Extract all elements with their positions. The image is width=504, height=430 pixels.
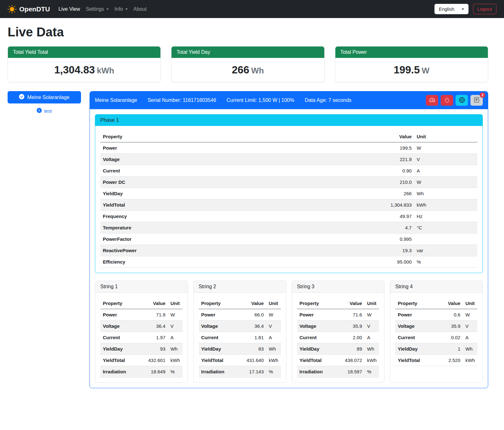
x-circle-icon — [37, 108, 42, 114]
property-value: 0.6 — [436, 309, 463, 321]
table-row: Current 1.81 A — [199, 332, 281, 343]
table-row: Power DC 210.0 W — [100, 177, 477, 188]
table-row: Voltage 36.4 V — [199, 321, 281, 332]
language-select[interactable]: English — [434, 4, 469, 14]
property-value: 35.9 — [436, 321, 463, 332]
inverter-select-meine-solaranlage[interactable]: Meine Solaranlage — [8, 91, 81, 103]
property-value: 266 — [288, 188, 414, 199]
table-row: Voltage 35.9 V — [395, 321, 477, 332]
table-row: Frequency 49.97 Hz — [100, 211, 477, 222]
property-value: 71.8 — [138, 309, 168, 321]
property-value: 1.97 — [138, 332, 168, 343]
table-row: YieldDay 83 Wh — [199, 343, 281, 355]
summary-card-title: Total Power — [335, 47, 488, 58]
table-row: ReactivePower 19.3 var — [100, 245, 477, 256]
page-title: Live Data — [8, 25, 488, 39]
nav-settings[interactable]: Settings — [83, 4, 112, 15]
property-name: ReactivePower — [100, 245, 288, 256]
table-row: YieldTotal 431.640 kWh — [199, 355, 281, 366]
summary-card-title: Total Yield Total — [8, 47, 160, 58]
property-unit: Wh — [414, 188, 477, 199]
string-card: String 3 Property Value Unit — [292, 281, 385, 383]
device-info-button[interactable] — [456, 95, 468, 106]
column-header-property: Property — [395, 298, 436, 309]
logout-button[interactable]: Logout — [473, 4, 496, 14]
summary-card-body: 1,304.83kWh — [8, 58, 160, 82]
inverter-serial: Serial Number: 116171603546 — [147, 97, 216, 103]
property-value: 199.5 — [288, 142, 414, 154]
nav-about[interactable]: About — [131, 4, 150, 15]
property-value: 36.4 — [236, 321, 266, 332]
table-header-row: Property Value Unit — [395, 298, 477, 309]
property-unit: V — [414, 154, 477, 165]
string-table: Property Value Unit — [199, 298, 281, 377]
property-unit: kWh — [364, 355, 379, 366]
property-name: Temperature — [100, 222, 288, 234]
property-name: Power — [199, 309, 237, 321]
property-name: Voltage — [100, 154, 288, 165]
chevron-down-icon — [106, 9, 109, 10]
inverter-panel: Meine Solaranlage Serial Number: 1161716… — [90, 91, 488, 388]
property-name: Power — [100, 309, 138, 321]
table-row: Current 0.02 A — [395, 332, 477, 343]
property-value: 17.143 — [236, 366, 266, 377]
property-value: 221.9 — [288, 154, 414, 165]
string-title: String 4 — [390, 281, 482, 293]
table-row: PowerFactor 0.995 — [100, 234, 477, 245]
property-unit: Wh — [168, 343, 183, 355]
nav-live-view[interactable]: Live View — [56, 4, 83, 15]
limit-settings-button[interactable] — [426, 95, 438, 106]
column-header-unit: Unit — [168, 298, 183, 309]
summary-unit: kWh — [97, 66, 114, 75]
table-row: Power 71.6 W — [297, 309, 379, 321]
chevron-down-icon — [125, 9, 128, 10]
property-name: YieldDay — [395, 343, 436, 355]
property-unit: A — [364, 332, 379, 343]
inverter-select-test[interactable]: test — [35, 108, 53, 114]
column-header-value: Value — [436, 298, 463, 309]
property-unit: Wh — [364, 343, 379, 355]
chevron-down-icon — [462, 9, 464, 10]
power-icon — [444, 97, 450, 104]
property-unit: A — [463, 332, 477, 343]
column-header-value: Value — [236, 298, 266, 309]
table-row: Voltage 221.9 V — [100, 154, 477, 165]
table-row: YieldDay 93 Wh — [100, 343, 183, 355]
property-value: 19.3 — [288, 245, 414, 256]
event-log-button[interactable]: 2 — [470, 95, 483, 106]
string-table: Property Value Unit — [297, 298, 379, 377]
nav-info[interactable]: Info — [112, 4, 131, 15]
summary-card-body: 266Wh — [171, 58, 324, 82]
check-circle-icon — [19, 94, 24, 101]
brand-logo[interactable]: OpenDTU — [8, 5, 50, 14]
power-button[interactable] — [441, 95, 453, 106]
property-name: YieldTotal — [100, 355, 138, 366]
property-value: 432.601 — [138, 355, 168, 366]
property-unit: % — [168, 366, 183, 377]
column-header-unit: Unit — [463, 298, 477, 309]
property-name: YieldDay — [100, 188, 288, 199]
table-header-row: Property Value Unit — [297, 298, 379, 309]
property-name: Voltage — [100, 321, 138, 332]
property-unit: Hz — [414, 211, 477, 222]
property-name: YieldTotal — [297, 355, 335, 366]
column-header-property: Property — [297, 298, 335, 309]
string-card: String 2 Property Value Unit — [193, 281, 286, 383]
property-name: Current — [199, 332, 237, 343]
table-header-row: Property Value Unit — [100, 131, 477, 142]
property-unit: kWh — [414, 199, 477, 211]
property-name: YieldTotal — [100, 199, 288, 211]
property-value: 1 — [436, 343, 463, 355]
property-unit: Wh — [266, 343, 281, 355]
table-row: Voltage 35.9 V — [297, 321, 379, 332]
property-value: 1,304.833 — [288, 199, 414, 211]
string-table: Property Value Unit — [100, 298, 183, 377]
property-name: Power DC — [100, 177, 288, 188]
property-unit: A — [414, 165, 477, 177]
property-name: YieldDay — [100, 343, 138, 355]
property-name: Voltage — [297, 321, 335, 332]
property-unit: °C — [414, 222, 477, 234]
property-value: 1.81 — [236, 332, 266, 343]
phase-title: Phase 1 — [95, 115, 482, 126]
summary-card-title: Total Yield Day — [171, 47, 324, 58]
